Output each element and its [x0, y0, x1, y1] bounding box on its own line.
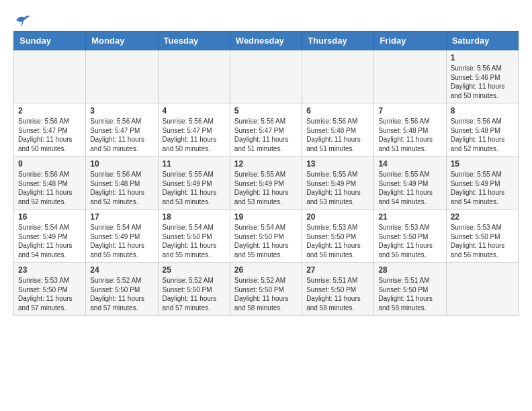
- day-number: 14: [378, 159, 441, 169]
- day-number: 28: [378, 265, 441, 275]
- day-info: Sunrise: 5:56 AMSunset: 5:48 PMDaylight:…: [378, 117, 441, 153]
- day-info: Sunrise: 5:56 AMSunset: 5:46 PMDaylight:…: [451, 64, 514, 100]
- day-info: Sunrise: 5:55 AMSunset: 5:49 PMDaylight:…: [234, 170, 298, 206]
- calendar-cell: 15Sunrise: 5:55 AMSunset: 5:49 PMDayligh…: [446, 156, 518, 210]
- day-number: 19: [234, 212, 298, 222]
- day-info: Sunrise: 5:56 AMSunset: 5:48 PMDaylight:…: [306, 117, 369, 153]
- day-info: Sunrise: 5:56 AMSunset: 5:48 PMDaylight:…: [90, 170, 153, 206]
- calendar-cell: [446, 263, 518, 316]
- day-info: Sunrise: 5:56 AMSunset: 5:48 PMDaylight:…: [18, 170, 81, 206]
- calendar-cell: [158, 50, 230, 103]
- calendar-cell: 14Sunrise: 5:55 AMSunset: 5:49 PMDayligh…: [374, 156, 446, 210]
- day-number: 24: [90, 265, 153, 275]
- calendar-cell: [86, 50, 158, 103]
- logo: [13, 13, 30, 24]
- calendar-cell: [14, 50, 86, 103]
- day-info: Sunrise: 5:54 AMSunset: 5:50 PMDaylight:…: [163, 223, 226, 259]
- weekday-header-tuesday: Tuesday: [158, 32, 230, 50]
- day-info: Sunrise: 5:55 AMSunset: 5:49 PMDaylight:…: [378, 170, 441, 206]
- calendar-cell: 8Sunrise: 5:56 AMSunset: 5:48 PMDaylight…: [446, 103, 518, 156]
- day-number: 18: [163, 212, 226, 222]
- calendar-week-row: 16Sunrise: 5:54 AMSunset: 5:49 PMDayligh…: [14, 210, 519, 263]
- calendar-cell: [230, 50, 302, 103]
- day-info: Sunrise: 5:54 AMSunset: 5:49 PMDaylight:…: [90, 223, 153, 259]
- weekday-header-thursday: Thursday: [302, 32, 374, 50]
- calendar-week-row: 2Sunrise: 5:56 AMSunset: 5:47 PMDaylight…: [14, 103, 519, 156]
- calendar-cell: 7Sunrise: 5:56 AMSunset: 5:48 PMDaylight…: [374, 103, 446, 156]
- calendar-cell: 22Sunrise: 5:53 AMSunset: 5:50 PMDayligh…: [446, 210, 518, 263]
- day-info: Sunrise: 5:56 AMSunset: 5:47 PMDaylight:…: [18, 117, 81, 153]
- weekday-header-friday: Friday: [374, 32, 446, 50]
- day-number: 25: [163, 265, 226, 275]
- day-info: Sunrise: 5:52 AMSunset: 5:50 PMDaylight:…: [163, 276, 226, 312]
- day-number: 3: [90, 106, 153, 116]
- day-info: Sunrise: 5:52 AMSunset: 5:50 PMDaylight:…: [234, 276, 298, 312]
- calendar-cell: 13Sunrise: 5:55 AMSunset: 5:49 PMDayligh…: [302, 156, 374, 210]
- day-info: Sunrise: 5:55 AMSunset: 5:49 PMDaylight:…: [306, 170, 369, 206]
- day-info: Sunrise: 5:53 AMSunset: 5:50 PMDaylight:…: [18, 276, 81, 312]
- calendar-cell: 11Sunrise: 5:55 AMSunset: 5:49 PMDayligh…: [158, 156, 230, 210]
- day-info: Sunrise: 5:54 AMSunset: 5:49 PMDaylight:…: [18, 223, 81, 259]
- calendar-cell: 12Sunrise: 5:55 AMSunset: 5:49 PMDayligh…: [230, 156, 302, 210]
- day-number: 11: [163, 159, 226, 169]
- day-info: Sunrise: 5:53 AMSunset: 5:50 PMDaylight:…: [378, 223, 441, 259]
- day-number: 20: [306, 212, 369, 222]
- calendar-cell: 19Sunrise: 5:54 AMSunset: 5:50 PMDayligh…: [230, 210, 302, 263]
- calendar-cell: 21Sunrise: 5:53 AMSunset: 5:50 PMDayligh…: [374, 210, 446, 263]
- day-number: 21: [378, 212, 441, 222]
- calendar-cell: 17Sunrise: 5:54 AMSunset: 5:49 PMDayligh…: [86, 210, 158, 263]
- weekday-header-monday: Monday: [86, 32, 158, 50]
- weekday-header-sunday: Sunday: [14, 32, 86, 50]
- calendar-cell: 27Sunrise: 5:51 AMSunset: 5:50 PMDayligh…: [302, 263, 374, 316]
- day-number: 5: [234, 106, 298, 116]
- weekday-header-saturday: Saturday: [446, 32, 518, 50]
- calendar-cell: 3Sunrise: 5:56 AMSunset: 5:47 PMDaylight…: [86, 103, 158, 156]
- calendar-week-row: 1Sunrise: 5:56 AMSunset: 5:46 PMDaylight…: [14, 50, 519, 103]
- calendar-cell: 28Sunrise: 5:51 AMSunset: 5:50 PMDayligh…: [374, 263, 446, 316]
- day-number: 2: [18, 106, 81, 116]
- day-number: 17: [90, 212, 153, 222]
- day-info: Sunrise: 5:51 AMSunset: 5:50 PMDaylight:…: [378, 276, 441, 312]
- day-info: Sunrise: 5:55 AMSunset: 5:49 PMDaylight:…: [163, 170, 226, 206]
- day-number: 15: [451, 159, 514, 169]
- calendar-cell: 2Sunrise: 5:56 AMSunset: 5:47 PMDaylight…: [14, 103, 86, 156]
- day-info: Sunrise: 5:56 AMSunset: 5:48 PMDaylight:…: [451, 117, 514, 153]
- day-number: 10: [90, 159, 153, 169]
- page-header: [13, 13, 519, 24]
- calendar-cell: 4Sunrise: 5:56 AMSunset: 5:47 PMDaylight…: [158, 103, 230, 156]
- calendar-cell: 18Sunrise: 5:54 AMSunset: 5:50 PMDayligh…: [158, 210, 230, 263]
- day-info: Sunrise: 5:51 AMSunset: 5:50 PMDaylight:…: [306, 276, 369, 312]
- day-info: Sunrise: 5:56 AMSunset: 5:47 PMDaylight:…: [90, 117, 153, 153]
- calendar-cell: 6Sunrise: 5:56 AMSunset: 5:48 PMDaylight…: [302, 103, 374, 156]
- calendar-cell: 9Sunrise: 5:56 AMSunset: 5:48 PMDaylight…: [14, 156, 86, 210]
- day-number: 23: [18, 265, 81, 275]
- logo-bird-icon: [15, 13, 30, 26]
- day-number: 8: [451, 106, 514, 116]
- calendar-cell: 10Sunrise: 5:56 AMSunset: 5:48 PMDayligh…: [86, 156, 158, 210]
- day-number: 16: [18, 212, 81, 222]
- day-number: 26: [234, 265, 298, 275]
- calendar-week-row: 23Sunrise: 5:53 AMSunset: 5:50 PMDayligh…: [14, 263, 519, 316]
- day-number: 12: [234, 159, 298, 169]
- calendar-table: SundayMondayTuesdayWednesdayThursdayFrid…: [13, 31, 519, 316]
- calendar-cell: 23Sunrise: 5:53 AMSunset: 5:50 PMDayligh…: [14, 263, 86, 316]
- calendar-cell: 25Sunrise: 5:52 AMSunset: 5:50 PMDayligh…: [158, 263, 230, 316]
- day-number: 22: [451, 212, 514, 222]
- day-number: 7: [378, 106, 441, 116]
- day-info: Sunrise: 5:53 AMSunset: 5:50 PMDaylight:…: [306, 223, 369, 259]
- day-number: 1: [451, 53, 514, 62]
- day-number: 9: [18, 159, 81, 169]
- weekday-header-wednesday: Wednesday: [230, 32, 302, 50]
- day-number: 6: [306, 106, 369, 116]
- calendar-cell: 26Sunrise: 5:52 AMSunset: 5:50 PMDayligh…: [230, 263, 302, 316]
- day-info: Sunrise: 5:56 AMSunset: 5:47 PMDaylight:…: [234, 117, 298, 153]
- day-number: 4: [163, 106, 226, 116]
- day-info: Sunrise: 5:54 AMSunset: 5:50 PMDaylight:…: [234, 223, 298, 259]
- day-info: Sunrise: 5:53 AMSunset: 5:50 PMDaylight:…: [451, 223, 514, 259]
- calendar-week-row: 9Sunrise: 5:56 AMSunset: 5:48 PMDaylight…: [14, 156, 519, 210]
- day-info: Sunrise: 5:52 AMSunset: 5:50 PMDaylight:…: [90, 276, 153, 312]
- calendar-cell: 20Sunrise: 5:53 AMSunset: 5:50 PMDayligh…: [302, 210, 374, 263]
- day-number: 27: [306, 265, 369, 275]
- day-number: 13: [306, 159, 369, 169]
- calendar-cell: [374, 50, 446, 103]
